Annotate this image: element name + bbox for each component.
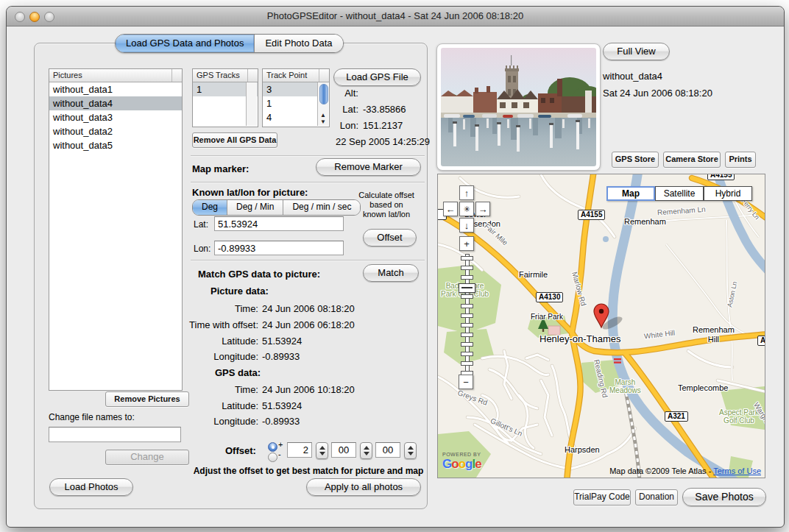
full-view-button[interactable]: Full View [603,43,670,60]
load-gps-file-button[interactable]: Load GPS File [333,68,421,86]
camera-store-button[interactable]: Camera Store [663,152,721,168]
map-marker-label: Map marker: [192,163,249,174]
change-button[interactable]: Change [105,450,189,465]
change-file-name-input[interactable] [49,427,181,442]
longitude-label: Longitude: [183,351,258,362]
pictures-list[interactable]: Pictures without_data1 without_data4 wit… [49,68,183,391]
remove-marker-button[interactable]: Remove Marker [316,158,421,176]
list-item[interactable]: without_data3 [49,110,182,124]
load-photos-button[interactable]: Load Photos [49,478,133,496]
apply-to-all-photos-button[interactable]: Apply to all photos [306,478,421,496]
map-type-button-hybrid[interactable]: Hybrid [704,186,752,201]
time-with-offset-value: 24 Jun 2006 06:18:20 [262,319,355,330]
track-point-list[interactable]: Track Point 3 1 4 5 ▲▼ [262,68,330,127]
track-point-header: Track Point [263,69,329,82]
powered-by-text: POWERED BY [442,452,481,457]
tab-edit-photo-data[interactable]: Edit Photo Data [254,35,342,52]
offset-minus-label: - [278,450,281,458]
tab-load-gps-data[interactable]: Load GPS Data and Photos [116,35,254,52]
separator [191,260,425,261]
main-tabs: Load GPS Data and Photos Edit Photo Data [115,34,344,53]
map-label-friar-park: Friar Park [531,313,563,321]
known-lat-input[interactable] [214,216,344,231]
pan-up-button[interactable]: ↑ [459,185,474,200]
pan-down-button[interactable]: ↓ [459,218,474,233]
match-button[interactable]: Match [363,264,419,282]
pan-center-button[interactable]: ✳ [459,202,474,216]
known-latlon-title: Known lat/lon for picture: [192,187,308,198]
zoom-in-button[interactable]: + [459,236,474,251]
map-label-aspect-park-golf: Aspect Park Golf Club [719,408,759,425]
list-item-selected[interactable]: 3 [263,82,319,96]
pan-left-button[interactable]: ← [443,202,458,216]
offset-seconds-stepper[interactable] [404,442,417,459]
road-badge-right-edge-cut: A4130 [757,336,765,346]
lat-label: Lat: [333,104,358,115]
road-badge-a4155-cut: A4155 [707,174,735,180]
offset-label: Offset: [225,445,256,456]
segment-deg-min[interactable]: Deg / Min [227,200,283,215]
gps-time-value: 24 Jun 2006 10:18:20 [262,384,355,395]
list-item[interactable]: 1 [263,96,319,110]
gps-latitude-label: Latitude: [183,400,258,411]
known-lat-label: Lat: [194,219,208,230]
map-label-marsh-meadows: Marsh Meadows [609,378,641,394]
degree-format-segmented-control: Deg Deg / Min Deg / min / sec [192,199,361,216]
map-view[interactable]: Lower Assendon Remenham Remenham Ln Fair… [437,174,765,478]
trialpay-code-button[interactable]: TrialPay Code [573,489,631,506]
map-type-button-satellite[interactable]: Satellite [655,186,704,201]
gps-store-button[interactable]: GPS Store [612,152,659,168]
gps-tracks-list[interactable]: GPS Tracks 1 [192,68,258,127]
pictures-list-header: Pictures [49,69,182,82]
lon-label: Lon: [333,120,358,131]
offset-minutes-stepper[interactable] [360,442,372,459]
offset-plus-radio[interactable] [268,442,277,452]
photo-thumbnail-frame[interactable] [436,43,601,171]
map-label-henley: Henley-on-Thames [539,333,621,344]
list-item[interactable]: without_data2 [49,124,182,138]
track-point-scrollbar[interactable]: ▲▼ [317,82,328,126]
alt-label: Alt: [333,88,358,99]
list-item[interactable]: without_data5 [49,138,182,152]
offset-minus-radio[interactable] [268,453,277,462]
time-value: 24 Jun 2006 08:18:20 [262,303,355,314]
picture-data-title: Picture data: [210,285,269,297]
pan-right-button[interactable]: → [475,202,490,216]
offset-button[interactable]: Offset [363,229,417,247]
change-file-names-label: Change file names to: [49,412,135,422]
offset-seconds-input[interactable] [375,442,400,458]
calculate-offset-hint: Calculate offsetbased onknown lat/lon [345,191,428,219]
map-type-button-map[interactable]: Map [606,186,655,201]
zoom-out-button[interactable]: − [459,375,473,389]
remove-all-gps-data-button[interactable]: Remove All GPS Data [192,132,277,148]
offset-minutes-input[interactable] [331,442,356,458]
zoom-slider-handle[interactable] [459,283,475,293]
segment-deg[interactable]: Deg [193,200,227,215]
donation-button[interactable]: Donation [635,489,678,506]
list-item[interactable]: 5 [263,124,319,127]
offset-hours-input[interactable] [287,442,312,458]
remove-pictures-button[interactable]: Remove Pictures [105,391,189,407]
gps-time-label: Time: [183,384,258,395]
list-item[interactable]: 4 [263,110,319,124]
scrollbar-thumb[interactable] [319,84,328,104]
save-photos-button[interactable]: Save Photos [682,488,766,506]
list-item[interactable]: without_data1 [49,82,182,96]
separator [191,155,425,157]
gps-tracks-scrollbar[interactable] [246,82,257,126]
known-lon-input[interactable] [214,241,344,255]
latitude-label: Latitude: [183,336,258,347]
gps-longitude-label: Longitude: [183,416,258,427]
prints-button[interactable]: Prints [725,152,756,168]
separator [191,182,425,183]
road-badge-a4130: A4130 [536,292,563,302]
list-item-selected[interactable]: without_data4 [49,96,182,110]
offset-hours-stepper[interactable] [316,442,328,459]
gps-data-title: GPS data: [215,367,261,378]
scrollbar-arrows[interactable]: ▲▼ [318,112,328,125]
title-bar[interactable]: PhotoGPSEditor - without_data4 - Sat 24 … [7,7,784,26]
longitude-value: -0.89933 [262,351,300,362]
time-with-offset-label: Time with offset: [183,319,258,330]
google-logo[interactable]: POWERED BY Google [442,452,481,472]
terms-of-use-link[interactable]: Terms of Use [713,467,761,475]
